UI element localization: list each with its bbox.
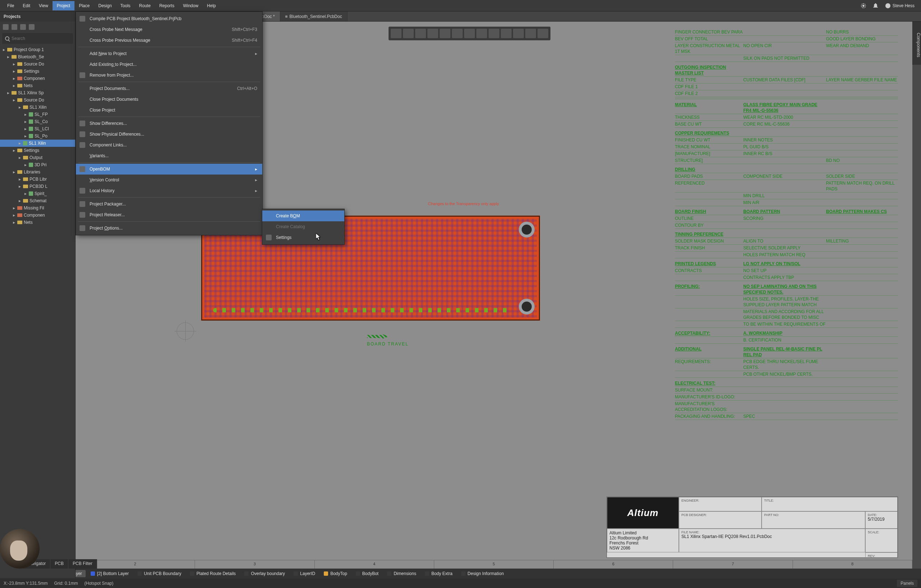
tool-measure-icon[interactable] (464, 29, 475, 38)
components-panel-tab[interactable]: Components (912, 21, 921, 65)
layer-tab[interactable]: BodyBot (352, 570, 382, 577)
tree-item[interactable]: ▸Componen (0, 212, 75, 219)
tool-route-icon[interactable] (452, 29, 463, 38)
menu-place[interactable]: Place (75, 1, 94, 10)
folder-icon (17, 98, 22, 102)
tool-align-icon[interactable] (427, 29, 438, 38)
submenu-item-label: Create Catalog (276, 224, 305, 229)
tree-item[interactable]: ▸Nets (0, 219, 75, 226)
menu-window[interactable]: Window (179, 1, 203, 10)
tree-item[interactable]: ▸Settings (0, 68, 75, 75)
toolbar-icon[interactable] (3, 24, 9, 30)
tab-pcb[interactable]: PCB (50, 559, 68, 568)
tree-item[interactable]: ▸Project Group 1 (0, 46, 75, 53)
tree-item[interactable]: ▸Nets (0, 82, 75, 89)
layer-tab[interactable]: Design Information (457, 570, 508, 577)
tree-item[interactable]: ▸Bluetooth_Se (0, 53, 75, 60)
menu-item[interactable]: Local History▸ (76, 185, 262, 196)
projects-search[interactable] (2, 33, 73, 44)
menu-item[interactable]: Cross Probe Previous MessageShift+Ctrl+F… (76, 35, 262, 46)
doc-tab-3[interactable]: Bluetooth_Sentinel.PcbDoc (280, 11, 348, 21)
menu-help[interactable]: Help (203, 1, 220, 10)
menu-item[interactable]: Project Documents...Ctrl+Alt+O (76, 83, 262, 94)
menu-item[interactable]: Component Links... (76, 140, 262, 150)
tree-item[interactable]: ▸SL_Po (0, 132, 75, 140)
layer-tab[interactable]: Unit PCB Boundary (134, 570, 185, 577)
menu-item[interactable]: Show Physical Differences... (76, 129, 262, 140)
tree-item[interactable]: ▸SL_Co (0, 118, 75, 125)
toolbar-icon[interactable] (11, 24, 17, 30)
menu-route[interactable]: Route (135, 1, 155, 10)
search-input[interactable] (11, 36, 70, 41)
layer-tab[interactable]: Plated Route Details (186, 570, 239, 577)
toolbar-icon[interactable] (29, 24, 34, 30)
menu-edit[interactable]: Edit (18, 1, 34, 10)
tool-highlight-icon[interactable] (476, 29, 487, 38)
layer-tab[interactable]: BodyTop (320, 570, 351, 577)
menu-item[interactable]: Version Control▸ (76, 174, 262, 185)
tool-color-icon[interactable] (488, 29, 500, 38)
tool-dim-icon[interactable] (513, 29, 524, 38)
tree-item[interactable]: ▸SL1 Xilinx Sp (0, 89, 75, 96)
tool-filter-icon[interactable] (391, 29, 402, 38)
tree-item[interactable]: ▸Missing Fil (0, 204, 75, 212)
menu-item[interactable]: Variants... (76, 150, 262, 161)
menu-tools[interactable]: Tools (116, 1, 135, 10)
panels-button[interactable]: Panels (897, 580, 918, 587)
tree-item[interactable]: ▸Source Do (0, 60, 75, 68)
menu-item[interactable]: Add Existing to Project... (76, 59, 262, 70)
tree-item[interactable]: ▸SL1 Xilin (0, 104, 75, 111)
menu-item[interactable]: Project Releaser... (76, 209, 262, 220)
tool-text-icon[interactable] (525, 29, 536, 38)
layer-name: Dimensions (394, 571, 416, 576)
tree-item[interactable]: ▸Settings (0, 147, 75, 154)
tree-item[interactable]: ▸Schemat (0, 197, 75, 204)
tree-item[interactable]: ▸SL_LCI (0, 125, 75, 132)
menu-item[interactable]: OpenBOM▸ (76, 164, 262, 174)
menu-item[interactable]: Close Project Documents (76, 94, 262, 105)
tool-rect-icon[interactable] (415, 29, 426, 38)
tree-item[interactable]: ▸Spirit_ (0, 190, 75, 197)
menu-item[interactable]: Remove from Project... (76, 70, 262, 81)
menu-reports[interactable]: Reports (155, 1, 179, 10)
notifications-button[interactable] (869, 1, 882, 10)
tree-item[interactable]: ▸3D Pri (0, 161, 75, 168)
menu-item[interactable]: Project Options... (76, 223, 262, 233)
tree-item[interactable]: ▸PCB3D L (0, 183, 75, 190)
tool-grid-icon[interactable] (439, 29, 451, 38)
folder-icon (23, 178, 28, 181)
settings-button[interactable] (858, 1, 869, 10)
menu-design[interactable]: Design (94, 1, 116, 10)
layer-tab[interactable]: Overlay boundary (241, 570, 288, 577)
tree-item[interactable]: ▸Output (0, 154, 75, 161)
menu-item[interactable]: Show Differences... (76, 118, 262, 129)
menu-item[interactable]: Close Project (76, 105, 262, 116)
tree-item[interactable]: ▸SL_FP (0, 111, 75, 118)
menu-project[interactable]: Project (52, 1, 75, 10)
submenu-item[interactable]: Settings (262, 232, 344, 243)
tab-pcb-filter[interactable]: PCB Filter (68, 559, 97, 568)
layer-tab[interactable]: [2] Bottom Layer (87, 570, 132, 577)
menu-view[interactable]: View (34, 1, 52, 10)
tree-item[interactable]: ▸Libraries (0, 168, 75, 176)
tree-item[interactable]: ▸Componen (0, 75, 75, 82)
submenu-item[interactable]: Create BOM (262, 210, 344, 221)
menu-item[interactable]: Compile PCB Project Bluetooth_Sentinel.P… (76, 13, 262, 24)
toolbar-icon[interactable] (20, 24, 26, 30)
menu-item[interactable]: Add New to Project▸ (76, 48, 262, 59)
tool-line-icon[interactable] (537, 29, 548, 38)
menu-item[interactable]: Cross Probe Next MessageShift+Ctrl+F3 (76, 24, 262, 35)
layer-tab[interactable]: Body Extra (421, 570, 456, 577)
tree-item[interactable]: ▸PCB Libr (0, 176, 75, 183)
layer-tab[interactable]: LayerID (290, 570, 319, 577)
tree-item[interactable]: ▸Source Do (0, 96, 75, 104)
menu-file[interactable]: File (3, 1, 18, 10)
user-menu[interactable]: Steve Hess (882, 1, 918, 10)
projects-title: Projects (0, 11, 75, 21)
menu-item[interactable]: Project Packager... (76, 199, 262, 209)
tree-item[interactable]: ▸SL1 Xilin (0, 140, 75, 147)
spec-line: BASE CU WTCORE RC MIL-C-55636 (675, 121, 898, 128)
tool-place-icon[interactable] (403, 29, 414, 38)
layer-tab[interactable]: Dimensions (384, 570, 420, 577)
tool-layer-icon[interactable] (501, 29, 512, 38)
